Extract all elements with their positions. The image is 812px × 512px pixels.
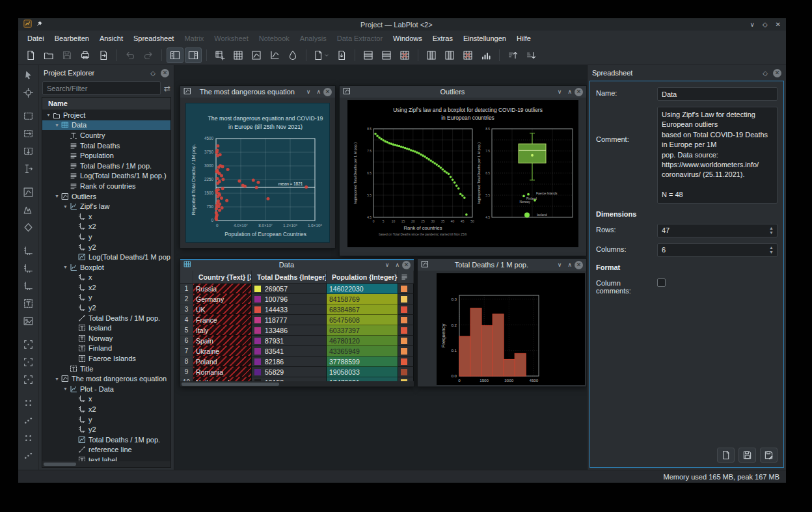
cell-country[interactable]: Russia <box>193 284 252 294</box>
cell-population[interactable]: 146022030 <box>327 284 398 294</box>
tree-item-the-most-dangerous-equation[interactable]: ▼The most dangerous equation <box>42 373 170 384</box>
cell-population[interactable]: 84158769 <box>327 294 398 304</box>
remove-rows-button[interactable] <box>396 47 413 63</box>
close-icon[interactable]: ✕ <box>402 261 411 269</box>
add-histogram-tool-button[interactable] <box>21 202 36 217</box>
menu-spreadsheet[interactable]: Spreadsheet <box>128 33 179 44</box>
expander-icon[interactable]: ▼ <box>53 377 61 381</box>
cell-extra[interactable] <box>398 294 414 304</box>
tree-item-project[interactable]: ▼Project <box>42 110 170 120</box>
color-maps-button[interactable] <box>284 47 301 63</box>
shade-icon[interactable]: ∨ <box>306 88 311 95</box>
save-as-button[interactable] <box>760 448 778 463</box>
columns-field[interactable] <box>657 243 778 257</box>
tree-item-y2[interactable]: y2 <box>42 303 170 313</box>
float-dock-icon[interactable]: ◇ <box>763 70 768 77</box>
histogram-plot[interactable]: 0.00.10.20.30150030004500FrequencyTotal … <box>437 273 585 385</box>
close-icon[interactable]: ✕ <box>575 261 583 269</box>
close-dock-icon[interactable]: ✕ <box>773 69 781 77</box>
cell-extra[interactable] <box>398 304 414 315</box>
row-number[interactable]: 5 <box>180 325 193 336</box>
menu-datei[interactable]: Datei <box>22 33 49 44</box>
window-titlebar[interactable]: Project — LabPlot <2> ∨ ◇ ✕ <box>18 18 786 31</box>
cell-total-deaths[interactable]: 133486 <box>252 325 327 336</box>
worksheet-window-outliers[interactable]: Outliers ∨ ∧ ✕ Using Zipf's law and a bo… <box>339 85 587 256</box>
add-axis-2-tool-button[interactable] <box>21 260 36 276</box>
row-number[interactable]: 7 <box>180 346 193 357</box>
cell-country[interactable]: Germany <box>193 294 252 304</box>
columns-spinner[interactable]: ▲▼ <box>657 243 778 257</box>
cell-extra[interactable] <box>398 325 414 336</box>
tree-item-title[interactable]: Title <box>42 364 170 374</box>
pin-icon[interactable] <box>36 20 43 29</box>
close-icon[interactable]: ✕ <box>575 88 583 96</box>
add-axis-tool-button[interactable] <box>21 243 36 258</box>
menu-ansicht[interactable]: Ansicht <box>94 33 128 44</box>
close-dock-icon[interactable]: ✕ <box>161 69 169 77</box>
expander-icon[interactable]: ▼ <box>53 123 61 128</box>
shade-icon[interactable]: ∨ <box>558 88 562 95</box>
cell-population[interactable]: 46780120 <box>327 336 398 346</box>
subwindow-titlebar[interactable]: Total Deaths / 1 M pop. ∨ ∧ ✕ <box>418 259 586 271</box>
export-button[interactable] <box>95 47 112 63</box>
rows-spinner[interactable]: ▲▼ <box>657 224 778 237</box>
add-image-tool-button[interactable] <box>21 313 36 329</box>
cell-country[interactable]: UK <box>193 304 252 315</box>
tree-item-x2[interactable]: x2 <box>42 282 170 293</box>
column-header-country-text-x-[interactable]: Country {Text} [X] <box>193 271 252 283</box>
auto-scale-tool-button[interactable] <box>21 395 36 411</box>
remove-columns-button[interactable] <box>459 47 476 63</box>
menu-bearbeiten[interactable]: Bearbeiten <box>49 33 94 44</box>
tree-item-faeroe-islands[interactable]: Faeroe Islands <box>42 353 170 364</box>
new-project-button[interactable] <box>22 47 39 63</box>
tree-item-boxplot[interactable]: ▼Boxplot <box>42 262 170 273</box>
cell-total-deaths[interactable]: 269057 <box>252 284 327 294</box>
name-field[interactable] <box>657 87 778 101</box>
subwindow-titlebar[interactable]: Data ∨ ∧ ✕ <box>180 259 414 271</box>
tree-item-reference-line[interactable]: reference line <box>42 445 170 455</box>
table-row-germany[interactable]: 2Germany10079684158769 <box>180 294 414 304</box>
column-comments-checkbox[interactable] <box>657 278 666 287</box>
shift-tool-button[interactable] <box>21 448 36 463</box>
cell-country[interactable]: Poland <box>193 357 252 367</box>
zoom-out-tool-button[interactable] <box>21 354 36 370</box>
tree-item-data[interactable]: ▼Data <box>42 120 170 131</box>
zoom-fit-tool-button[interactable] <box>21 371 36 387</box>
tree-item-country[interactable]: Country <box>42 130 170 141</box>
column-header-extra[interactable] <box>398 271 414 283</box>
tree-item-total-deaths-1m-pop-[interactable]: Total Deaths / 1M pop. <box>42 435 170 445</box>
zoom-x-select-tool-button[interactable] <box>21 126 36 141</box>
table-horizontal-scrollbar[interactable] <box>180 381 414 386</box>
tree-item-total-deaths-1m-pop-[interactable]: Total Deaths / 1M pop. <box>42 313 170 323</box>
filter-options-icon[interactable]: ⇄ <box>164 84 170 93</box>
table-row-poland[interactable]: 8Poland8218637788599 <box>180 357 414 367</box>
table-row-ukraine[interactable]: 7Ukraine8354143365949 <box>180 346 414 357</box>
tree-item-x[interactable]: x <box>42 394 170 405</box>
tree-item-total-deaths[interactable]: Total Deaths <box>42 141 170 151</box>
restore-icon[interactable]: ∧ <box>567 262 572 268</box>
cell-total-deaths[interactable]: 144433 <box>252 304 327 315</box>
save-button[interactable] <box>738 448 756 463</box>
shade-icon[interactable]: ∨ <box>385 262 390 268</box>
add-boxplot-tool-button[interactable] <box>21 219 36 235</box>
import-data-button[interactable] <box>333 47 350 63</box>
close-icon[interactable]: ✕ <box>776 21 781 28</box>
cell-country[interactable]: France <box>193 315 252 325</box>
expander-icon[interactable]: ▼ <box>53 194 61 198</box>
tree-item-y[interactable]: y <box>42 293 170 303</box>
row-number[interactable]: 9 <box>180 367 193 377</box>
table-row-russia[interactable]: 1Russia269057146022030 <box>180 284 414 294</box>
auto-scale-x-tool-button[interactable] <box>21 412 36 428</box>
table-row-italy[interactable]: 5Italy13348660337397 <box>180 325 414 336</box>
cell-population[interactable]: 68384867 <box>327 304 398 315</box>
add-axis-3-tool-button[interactable] <box>21 278 36 293</box>
tree-item-y2[interactable]: y2 <box>42 242 170 252</box>
cell-extra[interactable] <box>398 315 414 325</box>
rows-field[interactable] <box>657 224 778 237</box>
cell-total-deaths[interactable]: 87931 <box>252 336 327 346</box>
cell-extra[interactable] <box>398 336 414 346</box>
crosshair-tool-button[interactable] <box>21 85 36 100</box>
tree-item-log-total-deaths-1-m-pop-[interactable]: Log(Total Deaths/1 M pop.) <box>42 171 170 182</box>
cell-total-deaths[interactable]: 100796 <box>252 294 327 304</box>
tree-item-y[interactable]: y <box>42 232 170 242</box>
